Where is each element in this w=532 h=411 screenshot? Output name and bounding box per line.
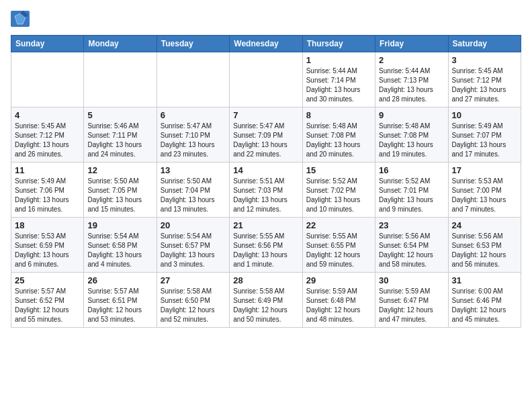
- day-header-sunday: Sunday: [11, 36, 84, 52]
- calendar-cell: 31Sunrise: 6:00 AM Sunset: 6:46 PM Dayli…: [448, 273, 521, 328]
- day-number: 27: [161, 275, 226, 285]
- calendar-cell: 9Sunrise: 5:48 AM Sunset: 7:08 PM Daylig…: [375, 107, 448, 163]
- calendar-table: SundayMondayTuesdayWednesdayThursdayFrid…: [11, 35, 521, 328]
- cell-content: Sunrise: 5:56 AM Sunset: 6:53 PM Dayligh…: [452, 232, 517, 269]
- cell-content: Sunrise: 5:56 AM Sunset: 6:54 PM Dayligh…: [379, 232, 444, 269]
- calendar-cell: 13Sunrise: 5:50 AM Sunset: 7:04 PM Dayli…: [157, 163, 229, 218]
- cell-content: Sunrise: 5:50 AM Sunset: 7:05 PM Dayligh…: [87, 177, 152, 214]
- cell-content: Sunrise: 5:59 AM Sunset: 6:48 PM Dayligh…: [306, 287, 371, 324]
- cell-content: Sunrise: 5:52 AM Sunset: 7:02 PM Dayligh…: [306, 177, 371, 214]
- calendar-cell: 15Sunrise: 5:52 AM Sunset: 7:02 PM Dayli…: [302, 163, 375, 218]
- calendar-cell: 17Sunrise: 5:53 AM Sunset: 7:00 PM Dayli…: [448, 163, 521, 218]
- logo-icon: [11, 11, 30, 27]
- week-row-4: 18Sunrise: 5:53 AM Sunset: 6:59 PM Dayli…: [11, 218, 521, 273]
- calendar-cell: 26Sunrise: 5:57 AM Sunset: 6:51 PM Dayli…: [84, 273, 157, 328]
- calendar-cell: 5Sunrise: 5:46 AM Sunset: 7:11 PM Daylig…: [84, 107, 157, 163]
- calendar-cell: 4Sunrise: 5:45 AM Sunset: 7:12 PM Daylig…: [11, 107, 84, 163]
- day-header-wednesday: Wednesday: [230, 36, 302, 52]
- calendar-cell: [11, 52, 84, 107]
- day-number: 1: [306, 55, 371, 65]
- cell-content: Sunrise: 5:59 AM Sunset: 6:47 PM Dayligh…: [379, 287, 444, 324]
- calendar-cell: 28Sunrise: 5:58 AM Sunset: 6:49 PM Dayli…: [230, 273, 302, 328]
- day-number: 26: [87, 275, 152, 285]
- cell-content: Sunrise: 5:55 AM Sunset: 6:56 PM Dayligh…: [233, 232, 298, 269]
- day-number: 10: [452, 110, 517, 120]
- cell-content: Sunrise: 5:44 AM Sunset: 7:14 PM Dayligh…: [306, 66, 371, 104]
- calendar-cell: 6Sunrise: 5:47 AM Sunset: 7:10 PM Daylig…: [157, 107, 229, 163]
- calendar-cell: 16Sunrise: 5:52 AM Sunset: 7:01 PM Dayli…: [375, 163, 448, 218]
- day-number: 7: [233, 110, 298, 120]
- logo: [11, 11, 32, 27]
- cell-content: Sunrise: 5:54 AM Sunset: 6:57 PM Dayligh…: [161, 232, 226, 269]
- calendar-cell: 29Sunrise: 5:59 AM Sunset: 6:48 PM Dayli…: [302, 273, 375, 328]
- calendar-cell: 10Sunrise: 5:49 AM Sunset: 7:07 PM Dayli…: [448, 107, 521, 163]
- calendar-cell: [230, 52, 302, 107]
- day-number: 9: [379, 110, 444, 120]
- day-header-thursday: Thursday: [302, 36, 375, 52]
- cell-content: Sunrise: 6:00 AM Sunset: 6:46 PM Dayligh…: [452, 287, 517, 324]
- day-number: 14: [233, 165, 298, 175]
- calendar-cell: 1Sunrise: 5:44 AM Sunset: 7:14 PM Daylig…: [302, 52, 375, 107]
- calendar-cell: 25Sunrise: 5:57 AM Sunset: 6:52 PM Dayli…: [11, 273, 84, 328]
- day-number: 24: [452, 220, 517, 230]
- cell-content: Sunrise: 5:57 AM Sunset: 6:52 PM Dayligh…: [15, 287, 80, 324]
- cell-content: Sunrise: 5:44 AM Sunset: 7:13 PM Dayligh…: [379, 66, 444, 104]
- cell-content: Sunrise: 5:45 AM Sunset: 7:12 PM Dayligh…: [15, 122, 80, 159]
- day-number: 6: [161, 110, 226, 120]
- day-number: 11: [15, 165, 80, 175]
- calendar-cell: 3Sunrise: 5:45 AM Sunset: 7:12 PM Daylig…: [448, 52, 521, 107]
- day-number: 23: [379, 220, 444, 230]
- calendar-cell: 2Sunrise: 5:44 AM Sunset: 7:13 PM Daylig…: [375, 52, 448, 107]
- calendar-cell: 27Sunrise: 5:58 AM Sunset: 6:50 PM Dayli…: [157, 273, 229, 328]
- day-header-friday: Friday: [375, 36, 448, 52]
- calendar-cell: 14Sunrise: 5:51 AM Sunset: 7:03 PM Dayli…: [230, 163, 302, 218]
- cell-content: Sunrise: 5:53 AM Sunset: 7:00 PM Dayligh…: [452, 177, 517, 214]
- cell-content: Sunrise: 5:46 AM Sunset: 7:11 PM Dayligh…: [87, 122, 152, 159]
- day-header-monday: Monday: [84, 36, 157, 52]
- day-number: 25: [15, 275, 80, 285]
- cell-content: Sunrise: 5:50 AM Sunset: 7:04 PM Dayligh…: [161, 177, 226, 214]
- cell-content: Sunrise: 5:51 AM Sunset: 7:03 PM Dayligh…: [233, 177, 298, 214]
- day-number: 5: [87, 110, 152, 120]
- cell-content: Sunrise: 5:48 AM Sunset: 7:08 PM Dayligh…: [379, 122, 444, 159]
- cell-content: Sunrise: 5:58 AM Sunset: 6:49 PM Dayligh…: [233, 287, 298, 324]
- cell-content: Sunrise: 5:47 AM Sunset: 7:09 PM Dayligh…: [233, 122, 298, 159]
- calendar-cell: 11Sunrise: 5:49 AM Sunset: 7:06 PM Dayli…: [11, 163, 84, 218]
- week-row-1: 1Sunrise: 5:44 AM Sunset: 7:14 PM Daylig…: [11, 52, 521, 107]
- calendar-cell: 20Sunrise: 5:54 AM Sunset: 6:57 PM Dayli…: [157, 218, 229, 273]
- calendar-cell: 8Sunrise: 5:48 AM Sunset: 7:08 PM Daylig…: [302, 107, 375, 163]
- day-number: 8: [306, 110, 371, 120]
- cell-content: Sunrise: 5:58 AM Sunset: 6:50 PM Dayligh…: [161, 287, 226, 324]
- day-number: 2: [379, 55, 444, 65]
- cell-content: Sunrise: 5:53 AM Sunset: 6:59 PM Dayligh…: [15, 232, 80, 269]
- calendar-cell: 7Sunrise: 5:47 AM Sunset: 7:09 PM Daylig…: [230, 107, 302, 163]
- day-number: 29: [306, 275, 371, 285]
- calendar-cell: 24Sunrise: 5:56 AM Sunset: 6:53 PM Dayli…: [448, 218, 521, 273]
- cell-content: Sunrise: 5:49 AM Sunset: 7:06 PM Dayligh…: [15, 177, 80, 214]
- week-row-3: 11Sunrise: 5:49 AM Sunset: 7:06 PM Dayli…: [11, 163, 521, 218]
- day-number: 31: [452, 275, 517, 285]
- cell-content: Sunrise: 5:49 AM Sunset: 7:07 PM Dayligh…: [452, 122, 517, 159]
- header-row: SundayMondayTuesdayWednesdayThursdayFrid…: [11, 36, 521, 52]
- calendar-cell: 18Sunrise: 5:53 AM Sunset: 6:59 PM Dayli…: [11, 218, 84, 273]
- day-number: 18: [15, 220, 80, 230]
- week-row-2: 4Sunrise: 5:45 AM Sunset: 7:12 PM Daylig…: [11, 107, 521, 163]
- calendar-cell: 23Sunrise: 5:56 AM Sunset: 6:54 PM Dayli…: [375, 218, 448, 273]
- calendar-cell: [157, 52, 229, 107]
- header: [11, 11, 521, 27]
- cell-content: Sunrise: 5:55 AM Sunset: 6:55 PM Dayligh…: [306, 232, 371, 269]
- cell-content: Sunrise: 5:52 AM Sunset: 7:01 PM Dayligh…: [379, 177, 444, 214]
- cell-content: Sunrise: 5:57 AM Sunset: 6:51 PM Dayligh…: [87, 287, 152, 324]
- day-number: 12: [87, 165, 152, 175]
- week-row-5: 25Sunrise: 5:57 AM Sunset: 6:52 PM Dayli…: [11, 273, 521, 328]
- calendar-cell: 30Sunrise: 5:59 AM Sunset: 6:47 PM Dayli…: [375, 273, 448, 328]
- cell-content: Sunrise: 5:47 AM Sunset: 7:10 PM Dayligh…: [161, 122, 226, 159]
- day-number: 17: [452, 165, 517, 175]
- day-number: 4: [15, 110, 80, 120]
- day-number: 3: [452, 55, 517, 65]
- cell-content: Sunrise: 5:45 AM Sunset: 7:12 PM Dayligh…: [452, 66, 517, 104]
- calendar-cell: 22Sunrise: 5:55 AM Sunset: 6:55 PM Dayli…: [302, 218, 375, 273]
- cell-content: Sunrise: 5:54 AM Sunset: 6:58 PM Dayligh…: [87, 232, 152, 269]
- day-number: 22: [306, 220, 371, 230]
- cell-content: Sunrise: 5:48 AM Sunset: 7:08 PM Dayligh…: [306, 122, 371, 159]
